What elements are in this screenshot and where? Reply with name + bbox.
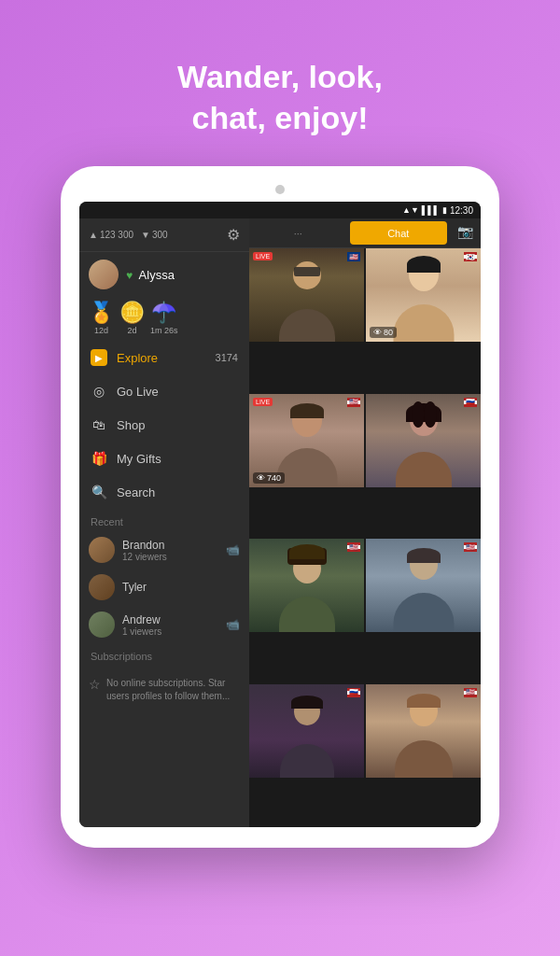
wifi-icon: ▲▼ [402,205,419,215]
video-cell-2[interactable]: 🇰🇷 👁80 [366,248,481,342]
umbrella-icon: ☂️ [151,301,176,325]
golive-icon: ◎ [91,383,107,400]
top-bar: ··· Chat 📷 [249,218,481,248]
avatar [89,260,119,289]
badge-umbrella: ☂️ 1m 26s [150,301,178,335]
brandon-avatar [89,537,115,563]
coin-icon: 🪙 [119,301,145,325]
subscriptions-section: ☆ No online subscriptions. Star users pr… [79,666,249,714]
views-2: 👁80 [370,327,397,338]
tagline-line2: chat, enjoy! [177,97,383,138]
explore-count: 3174 [216,352,238,363]
andrew-info: Andrew 1 viewers [122,613,161,637]
subscriptions-label: Subscriptions [79,643,249,666]
badge-time-2: 2d [127,326,136,335]
andrew-video-icon: 📹 [226,618,240,631]
flag-3: 🇺🇸 [347,398,360,407]
subscriptions-empty-text: No online subscriptions. Star users prof… [106,677,240,703]
brandon-viewers: 12 viewers [122,552,167,562]
explore-icon: ▶ [91,349,107,366]
flag-1: 🇺🇸 [347,252,360,261]
tagline: Wander, look, chat, enjoy! [177,56,383,138]
nav-search[interactable]: 🔍 Search [79,475,249,509]
explore-label: Explore [117,351,158,365]
followers-arrow: ▲ [89,230,98,240]
star-icon: ☆ [89,677,101,692]
brandon-name: Brandon [122,539,167,552]
flag-6: 🇺🇸 [464,542,477,552]
nav-explore[interactable]: ▶ Explore 3174 [79,341,249,374]
user-profile: ♥ Alyssa [79,252,249,297]
tab-chat[interactable]: Chat [350,221,448,245]
andrew-name: Andrew [122,613,161,626]
recent-user-andrew[interactable]: Andrew 1 viewers 📹 [79,606,249,643]
battery-icon: ▮ [442,205,447,215]
flag-5: 🇺🇸 [347,542,360,552]
badge-vip: 🏅 12d [89,301,114,335]
live-badge-1: LIVE [253,252,273,260]
username: Alyssa [139,268,175,282]
views-3: 👁740 [253,472,285,484]
time-display: 12:30 [450,205,473,216]
flag-7: 🇷🇺 [347,688,360,697]
camera-icon[interactable]: 📷 [450,218,481,247]
tyler-name: Tyler [122,581,147,594]
andrew-viewers: 1 viewers [122,626,161,637]
tyler-avatar [89,574,115,600]
status-icons: ▲▼ ▌▌▌ ▮ 12:30 [402,205,473,216]
main-content: ··· Chat 📷 [249,218,481,827]
recent-section-label: Recent [79,509,249,531]
flag-2: 🇰🇷 [464,252,477,261]
flag-4: 🇷🇺 [464,398,477,407]
flag-8: 🇺🇸 [464,688,477,697]
sidebar: ▲ 123 300 ▼ 300 ⚙ [79,218,249,827]
search-icon: 🔍 [91,484,107,500]
following-count: ▼ 300 [141,230,168,240]
following-arrow: ▼ [141,230,150,240]
recent-user-brandon[interactable]: Brandon 12 viewers 📹 [79,531,249,569]
badge-coin: 🪙 2d [119,301,145,335]
badge-time-1: 12d [94,326,108,335]
followers-info: ▲ 123 300 ▼ 300 [89,230,168,240]
status-bar: ▲▼ ▌▌▌ ▮ 12:30 [79,202,481,218]
recent-user-tyler[interactable]: Tyler [79,569,249,606]
video-cell-6[interactable]: 🇺🇸 [366,539,481,632]
nav-golive[interactable]: ◎ Go Live [79,374,249,408]
badge-time-3: 1m 26s [150,326,178,335]
subscriptions-empty: ☆ No online subscriptions. Star users pr… [89,673,240,707]
device-frame: ▲▼ ▌▌▌ ▮ 12:30 ▲ 123 300 [61,166,499,848]
video-cell-3[interactable]: LIVE 👁740 🇺🇸 [249,394,364,487]
tagline-line1: Wander, look, [177,56,383,97]
username-container: ♥ Alyssa [126,266,175,283]
shop-label: Shop [117,418,145,432]
settings-icon[interactable]: ⚙ [227,226,240,244]
nav-gifts[interactable]: 🎁 My Gifts [79,442,249,475]
live-badge-3: LIVE [253,398,273,406]
device-camera [275,185,285,194]
gifts-label: My Gifts [117,452,161,466]
video-grid: LIVE 🇺🇸 🇰🇷 👁80 [249,248,481,827]
page-wrapper: Wander, look, chat, enjoy! ▲▼ ▌▌▌ ▮ 12:3… [0,0,560,956]
badges-row: 🏅 12d 🪙 2d ☂️ 1m 26s [79,297,249,341]
video-cell-8[interactable]: 🇺🇸 [366,684,481,778]
video-cell-1[interactable]: LIVE 🇺🇸 [249,248,364,342]
tab-explore-dot[interactable]: ··· [249,218,347,247]
video-cell-5[interactable]: 🇺🇸 [249,539,364,632]
device-screen: ▲▼ ▌▌▌ ▮ 12:30 ▲ 123 300 [79,202,481,827]
brandon-info: Brandon 12 viewers [122,539,167,562]
followers-count: ▲ 123 300 [89,230,133,240]
video-cell-4[interactable]: 🇷🇺 [366,394,481,487]
sidebar-header: ▲ 123 300 ▼ 300 ⚙ [79,218,249,252]
gifts-icon: 🎁 [91,450,107,467]
nav-shop[interactable]: 🛍 Shop [79,408,249,442]
vip-icon: 🏅 [89,301,114,325]
tyler-info: Tyler [122,581,147,594]
brandon-video-icon: 📹 [226,543,240,556]
shop-icon: 🛍 [91,416,107,433]
signal-icon: ▌▌▌ [422,205,440,215]
search-label: Search [117,485,155,499]
heart-icon: ♥ [126,269,133,282]
golive-label: Go Live [117,385,159,399]
video-cell-7[interactable]: 🇷🇺 [249,684,364,778]
screen-content: ▲ 123 300 ▼ 300 ⚙ [79,218,481,827]
